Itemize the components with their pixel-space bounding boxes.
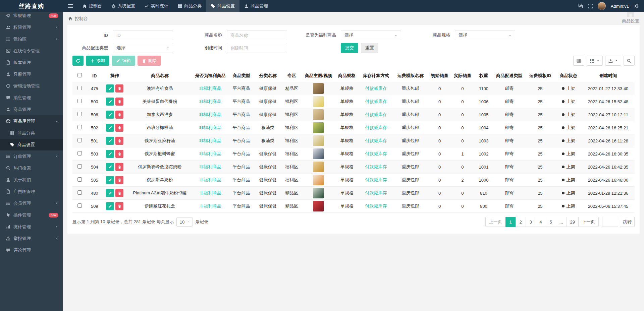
row-delete-button[interactable]	[115, 163, 123, 171]
cell-stock-mode[interactable]: 付款减库存	[359, 174, 393, 187]
sidebar-item-comment[interactable]: 评论管理	[0, 244, 63, 256]
column-header[interactable]: ID	[87, 70, 102, 82]
page-button-29[interactable]: 29	[567, 217, 579, 227]
row-edit-button[interactable]	[106, 150, 114, 158]
row-delete-button[interactable]	[115, 111, 123, 119]
cell-welfare[interactable]: 非福利商品	[193, 187, 228, 200]
row-checkbox[interactable]	[77, 151, 82, 156]
topnav-item-console[interactable]: 控制台	[78, 0, 107, 12]
table-row[interactable]: 480Platinum A2高端牛奶粉*3罐非福利商品平台商品健康保健精品区单规…	[72, 187, 635, 200]
row-edit-button[interactable]	[106, 124, 114, 132]
product-thumbnail[interactable]	[313, 96, 324, 107]
product-thumbnail[interactable]	[313, 188, 324, 198]
page-button-2[interactable]: 2	[516, 217, 526, 227]
table-row[interactable]: 506加拿大西洋参非福利商品平台商品健康保健福利区单规格付款减库存重庆包邮001…	[72, 108, 635, 121]
row-checkbox[interactable]	[77, 190, 82, 195]
row-delete-button[interactable]	[115, 137, 123, 145]
column-header[interactable]: 运费模板ID	[525, 70, 555, 82]
columns-button[interactable]	[587, 56, 603, 66]
table-row[interactable]: 509伊朗藏红花礼盒非福利商品平台商品健康保健精品区单规格付款减库存重庆包邮00…	[72, 200, 635, 213]
sidebar-item-message[interactable]: 消息管理	[0, 92, 63, 104]
cell-welfare[interactable]: 非福利商品	[193, 121, 228, 134]
cell-welfare[interactable]: 非福利商品	[193, 108, 228, 121]
cell-stock-mode[interactable]: 付款减库存	[359, 95, 393, 108]
row-checkbox[interactable]	[77, 112, 82, 116]
row-edit-button[interactable]	[106, 84, 114, 92]
row-delete-button[interactable]	[115, 124, 123, 132]
cell-stock-mode[interactable]: 付款减库存	[359, 108, 393, 121]
column-header[interactable]: 初始销量	[428, 70, 451, 82]
column-header[interactable]: 商品规格	[334, 70, 359, 82]
row-edit-button[interactable]	[106, 163, 114, 171]
product-thumbnail[interactable]	[313, 201, 324, 211]
cell-welfare[interactable]: 非福利商品	[193, 82, 228, 95]
cell-welfare[interactable]: 非福利商品	[193, 134, 228, 147]
topnav-item-product-category[interactable]: 商品分类	[173, 0, 206, 12]
filter-created-input[interactable]	[227, 43, 287, 53]
sidebar-item-report[interactable]: 举报管理	[0, 233, 63, 244]
column-header[interactable]: 创建时间	[582, 70, 635, 82]
cell-welfare[interactable]: 非福利商品	[193, 147, 228, 161]
row-checkbox[interactable]	[77, 125, 82, 129]
cell-stock-mode[interactable]: 付款减库存	[359, 200, 393, 213]
table-row[interactable]: 502西班牙橄榄油非福利商品平台商品粮油类福利区单规格付款减库存重庆包邮0010…	[72, 121, 635, 134]
sidebar-toggle-button[interactable]	[63, 0, 78, 12]
export-button[interactable]	[605, 56, 621, 66]
product-thumbnail[interactable]	[313, 135, 324, 146]
prev-page-button[interactable]: 上一页	[485, 217, 506, 227]
delete-button[interactable]: 删除	[138, 56, 161, 66]
breadcrumb[interactable]: 控制台	[75, 16, 88, 22]
product-thumbnail[interactable]	[313, 162, 324, 172]
toggle-view-button[interactable]	[573, 56, 584, 66]
cell-welfare[interactable]: 非福利商品	[193, 95, 228, 108]
sidebar-item-marketing[interactable]: 营销活动管理	[0, 80, 63, 92]
sidebar-item-auction[interactable]: 竞拍区	[0, 33, 63, 45]
row-edit-button[interactable]	[106, 137, 114, 145]
sidebar-item-stats[interactable]: 统计管理	[0, 221, 63, 233]
cell-stock-mode[interactable]: 付款减库存	[359, 82, 393, 95]
filter-spec-select[interactable]: 选择	[455, 30, 515, 40]
sidebar-item-product[interactable]: 商品管理	[0, 104, 63, 115]
row-edit-button[interactable]	[106, 98, 114, 106]
table-row[interactable]: 505俄罗斯羊奶粉非福利商品平台商品健康保健福利区单规格付款减库存重庆包邮021…	[72, 174, 635, 187]
sidebar-item-about-us[interactable]: 关于我们	[0, 174, 63, 186]
fullscreen-icon[interactable]	[588, 4, 593, 8]
row-delete-button[interactable]	[115, 189, 123, 197]
cell-stock-mode[interactable]: 付款减库存	[359, 187, 393, 200]
row-delete-button[interactable]	[115, 150, 123, 158]
product-thumbnail[interactable]	[313, 122, 324, 133]
product-thumbnail[interactable]	[313, 109, 324, 120]
jump-page-input[interactable]	[602, 217, 618, 227]
column-header[interactable]: 实际销量	[451, 70, 474, 82]
sidebar-item-auth[interactable]: 权限管理	[0, 21, 63, 33]
column-header[interactable]: 商品主图/视频	[302, 70, 334, 82]
submit-button[interactable]: 提交	[341, 43, 358, 53]
cell-stock-mode[interactable]: 付款减库存	[359, 121, 393, 134]
topnav-item-realtime-stats[interactable]: 实时统计	[140, 0, 173, 12]
column-header[interactable]: 商品名称	[127, 70, 193, 82]
row-edit-button[interactable]	[106, 189, 114, 197]
topnav-item-system-config[interactable]: 系统配置	[107, 0, 140, 12]
filter-welfare-select[interactable]: 选择	[341, 30, 401, 40]
row-edit-button[interactable]	[106, 202, 114, 210]
refresh-button[interactable]	[72, 56, 84, 66]
page-button-5[interactable]: 5	[546, 217, 556, 227]
row-delete-button[interactable]	[115, 98, 123, 106]
column-header[interactable]: 运费模版名称	[393, 70, 428, 82]
sidebar-item-version[interactable]: 版本管理	[0, 57, 63, 68]
cell-welfare[interactable]: 非福利商品	[193, 174, 228, 187]
filter-delivery-select[interactable]: 选择	[113, 43, 173, 53]
row-checkbox[interactable]	[77, 164, 82, 169]
column-header[interactable]: 权重	[474, 70, 493, 82]
table-row[interactable]: 504俄罗斯双峰低脂驼奶粉非福利商品平台商品健康保健福利区单规格付款减库存重庆包…	[72, 161, 635, 174]
row-edit-button[interactable]	[106, 176, 114, 184]
row-checkbox[interactable]	[77, 203, 82, 208]
search-toggle-button[interactable]	[624, 56, 635, 66]
avatar[interactable]	[598, 2, 606, 10]
sidebar-item-member[interactable]: 会员管理	[0, 197, 63, 209]
reset-button[interactable]: 重置	[361, 43, 378, 53]
page-button-4[interactable]: 4	[536, 217, 546, 227]
table-row[interactable]: 475澳洲有机食品非福利商品平台商品健康保健精品区单规格付款减库存重庆包邮001…	[72, 82, 635, 95]
sidebar-item-addon[interactable]: 插件管理new	[0, 209, 63, 221]
column-header[interactable]: 是否为福利商品	[193, 70, 228, 82]
